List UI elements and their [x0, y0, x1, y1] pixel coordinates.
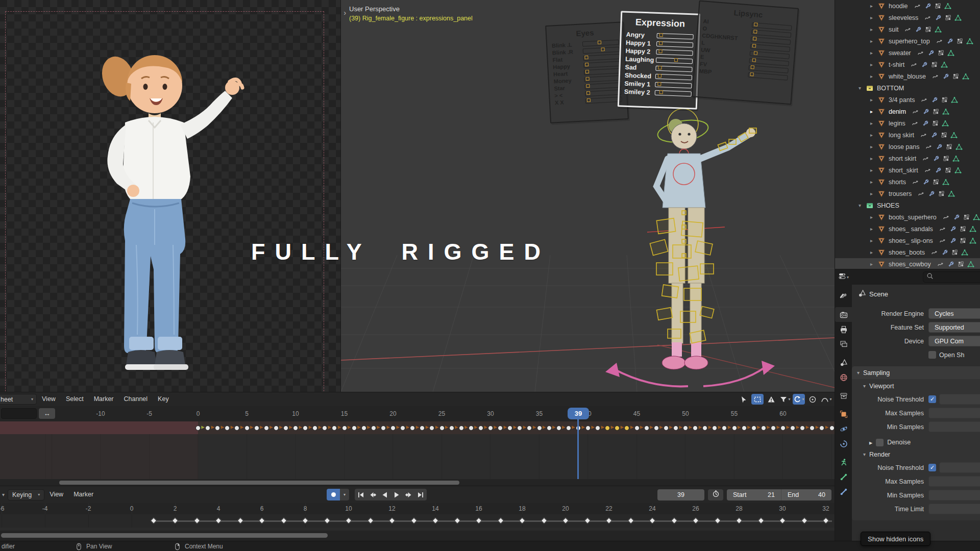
expand-arrow-icon[interactable]: ▸ — [870, 120, 877, 126]
keyframe-4[interactable] — [234, 425, 239, 431]
frame-start-field[interactable]: Start 21 — [727, 489, 781, 500]
keyframe-23[interactable] — [627, 517, 634, 524]
timeline-keyframe-band[interactable] — [0, 514, 835, 528]
keyframe-23[interactable] — [420, 425, 425, 431]
keyframe-40[interactable] — [585, 425, 591, 431]
filter-button[interactable]: ▾ — [779, 394, 791, 405]
shape-key-slider[interactable] — [583, 47, 620, 54]
outliner-item-superhero-top[interactable]: ▸superhero_top — [835, 35, 980, 47]
menu-marker[interactable]: Marker — [89, 392, 119, 406]
prev-keyframe-button[interactable] — [367, 489, 379, 500]
expand-arrow-icon[interactable]: ▸ — [870, 249, 877, 255]
keyframe-58[interactable] — [761, 425, 766, 431]
properties-search-input[interactable] — [923, 271, 980, 283]
shape-key-slider[interactable] — [584, 68, 621, 76]
keyframe-15[interactable] — [342, 425, 347, 431]
keyframe-34[interactable] — [527, 425, 532, 431]
auto-keying-toggle[interactable] — [327, 489, 340, 500]
shape-key-slider[interactable] — [584, 83, 621, 90]
keyframe-27[interactable] — [714, 517, 721, 524]
feature-set-dropdown[interactable]: Supported — [928, 322, 980, 333]
outliner-item-short-skirt[interactable]: ▸short skirt — [835, 153, 980, 164]
use-preview-range-button[interactable] — [708, 489, 723, 500]
expand-arrow-icon[interactable]: ▸ — [870, 97, 877, 103]
expand-arrow-icon[interactable]: ▸ — [870, 167, 877, 173]
keyframe-16[interactable] — [476, 517, 482, 524]
keyframe-1[interactable] — [205, 425, 210, 431]
outliner-item-sleeveless[interactable]: ▸sleeveless — [835, 12, 980, 23]
keyframe-30[interactable] — [488, 425, 493, 431]
tab-tool[interactable] — [835, 289, 852, 304]
slider-handle[interactable] — [752, 58, 756, 62]
outliner-item-boots-superhero[interactable]: ▸boots_superhero — [835, 211, 980, 223]
keyframe-21[interactable] — [400, 425, 405, 431]
viewport-nav-arrows-icon[interactable]: ‹ › — [340, 8, 347, 17]
keyframe-26[interactable] — [693, 517, 699, 524]
keyframe-18[interactable] — [519, 517, 526, 524]
keyframe-59[interactable] — [771, 425, 776, 431]
frame-end-field[interactable]: End 40 — [781, 489, 831, 500]
keyframe-51[interactable] — [693, 425, 698, 431]
slider-handle[interactable] — [751, 65, 755, 69]
expand-arrow-icon[interactable]: ▸ — [870, 3, 877, 9]
viewport-subpanel-header[interactable]: ▾Viewport — [852, 380, 980, 392]
outliner-item-white-blouse[interactable]: ▸white_blouse — [835, 70, 980, 82]
tab-world[interactable] — [835, 370, 852, 385]
current-frame-badge[interactable]: 39 — [568, 408, 589, 419]
slider-handle[interactable] — [585, 70, 589, 73]
expand-arrow-icon[interactable]: ▸ — [870, 238, 877, 243]
shape-key-slider[interactable] — [656, 58, 693, 64]
keyframe-17[interactable] — [497, 517, 504, 524]
keyframe-10[interactable] — [346, 517, 352, 524]
keyframe-63[interactable] — [810, 425, 815, 431]
playhead-line[interactable] — [577, 419, 579, 479]
expand-arrow-icon[interactable]: ▸ — [870, 38, 877, 44]
keyframe-17[interactable] — [361, 425, 366, 431]
outliner-item-shoes-slip-ons[interactable]: ▸shoes_ slip-ons — [835, 235, 980, 246]
menu-view[interactable]: View — [44, 488, 68, 502]
scrollbar-thumb[interactable] — [59, 481, 459, 485]
show-errors-button[interactable] — [765, 394, 777, 405]
slider-handle[interactable] — [750, 72, 754, 77]
noise-threshold-field[interactable] — [939, 462, 980, 473]
keying-dropdown[interactable]: Keying ▾ — [8, 489, 44, 500]
outliner-item-denim[interactable]: ▸denim — [835, 106, 980, 117]
keyframe-65[interactable] — [829, 425, 835, 431]
keyframe-2[interactable] — [172, 517, 179, 524]
keyframe-13[interactable] — [410, 517, 417, 524]
denoise-checkbox[interactable] — [876, 439, 884, 446]
slider-handle[interactable] — [658, 66, 662, 69]
expand-arrow-icon[interactable]: ▸ — [870, 132, 877, 138]
shape-key-slider[interactable] — [585, 96, 622, 104]
keyframe-28[interactable] — [469, 425, 474, 431]
outliner-item-shoes-boots[interactable]: ▸shoes_boots — [835, 246, 980, 258]
snap-button[interactable]: ▾ — [793, 394, 805, 405]
slider-handle[interactable] — [586, 84, 590, 88]
outliner-item-shoes-cowboy[interactable]: ▸shoes_cowboy — [835, 258, 980, 269]
outliner-item-t-shirt[interactable]: ▸t-shirt — [835, 59, 980, 70]
keyframe-1[interactable] — [150, 517, 157, 524]
keyframe-31[interactable] — [498, 425, 503, 431]
keyframe-53[interactable] — [712, 425, 717, 431]
outliner-item-sweater[interactable]: ▸sweater — [835, 47, 980, 59]
keyframe-52[interactable] — [702, 425, 707, 431]
expand-arrow-icon[interactable]: ▸ — [870, 62, 877, 67]
play-reverse-button[interactable] — [379, 489, 391, 500]
keyframe-15[interactable] — [454, 517, 460, 524]
time-limit-field[interactable] — [928, 504, 980, 514]
expand-arrow-icon[interactable]: ▸ — [870, 191, 877, 196]
noise-threshold-checkbox[interactable]: ✓ — [928, 464, 936, 471]
outliner-item-trousers[interactable]: ▸trousers — [835, 188, 980, 199]
shape-key-slider[interactable] — [655, 82, 692, 89]
outliner-item-short-skirt[interactable]: ▸short_skirt — [835, 164, 980, 176]
menu-channel[interactable]: Channel — [119, 392, 153, 406]
keyframe-14[interactable] — [332, 425, 337, 431]
outliner-item-long-skirt[interactable]: ▸long skirt — [835, 129, 980, 141]
dope-sheet-scrollbar[interactable] — [0, 479, 835, 486]
keyframe-25[interactable] — [439, 425, 445, 431]
keyframe-31[interactable] — [801, 517, 807, 524]
keyframe-27[interactable] — [459, 425, 464, 431]
keyframe-11[interactable] — [367, 517, 374, 524]
device-dropdown[interactable]: GPU Com — [928, 336, 980, 346]
open-sh-checkbox[interactable] — [928, 351, 936, 359]
